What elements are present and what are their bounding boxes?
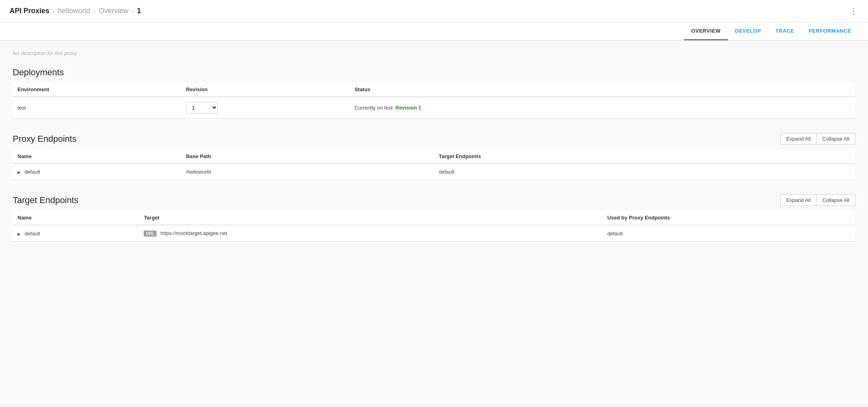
proxy-endpoints-col-targets: Target Endpoints (434, 149, 855, 164)
status-revision: Revision 1 (395, 105, 421, 111)
target-endpoint-target: URL https://mocktarget.apigee.net (139, 225, 602, 242)
status-prefix: Currently on test: (354, 105, 394, 111)
deployments-table-header-row: Environment Revision Status (13, 82, 855, 97)
proxy-endpoint-basepath: /helloworld (181, 164, 434, 180)
table-row: ▶ default URL https://mocktarget.apigee.… (13, 225, 855, 242)
header: API Proxies › helloworld › Overview › 1 … (0, 0, 868, 22)
target-endpoints-expand-all-button[interactable]: Expand All (780, 194, 816, 206)
target-endpoints-section: Target Endpoints Expand All Collapse All… (13, 194, 855, 242)
tab-trace[interactable]: TRACE (768, 22, 801, 40)
proxy-endpoints-title: Proxy Endpoints (13, 134, 76, 144)
breadcrumb-helloworld[interactable]: helloworld (58, 7, 90, 15)
target-endpoints-table-header-row: Name Target Used by Proxy Endpoints (13, 211, 855, 225)
main-content: No description for this proxy. Deploymen… (0, 41, 868, 404)
deployment-environment: test (13, 97, 181, 119)
deployments-section: Deployments Environment Revision Status … (13, 67, 855, 119)
target-endpoints-header: Target Endpoints Expand All Collapse All (13, 194, 855, 206)
table-row: test 1 Currently on test: Revision 1 (13, 97, 855, 119)
tab-develop[interactable]: DEVELOP (728, 22, 768, 40)
target-endpoint-name-label[interactable]: default (25, 231, 40, 237)
deployments-col-status: Status (350, 82, 855, 97)
target-endpoints-col-usedby: Used by Proxy Endpoints (602, 211, 855, 225)
deployment-status: Currently on test: Revision 1 (350, 97, 855, 119)
proxy-endpoints-collapse-all-button[interactable]: Collapse All (816, 133, 855, 145)
target-endpoint-name: ▶ default (13, 225, 139, 242)
proxy-endpoint-name: ▶ default (13, 164, 181, 180)
deployments-table: Environment Revision Status test 1 Curre… (13, 82, 855, 119)
deployments-header: Deployments (13, 67, 855, 78)
target-endpoint-usedby: default (602, 225, 855, 242)
target-endpoints-col-name: Name (13, 211, 139, 225)
proxy-endpoints-table-header-row: Name Base Path Target Endpoints (13, 149, 855, 164)
target-endpoint-url: https://mocktarget.apigee.net (160, 230, 227, 236)
breadcrumb-sep-3: › (132, 8, 134, 15)
breadcrumb-api-proxies[interactable]: API Proxies (10, 7, 49, 15)
expand-arrow-icon: ▶ (18, 170, 21, 174)
revision-select[interactable]: 1 (186, 102, 218, 113)
target-endpoints-table: Name Target Used by Proxy Endpoints ▶ de… (13, 211, 855, 242)
target-endpoints-col-target: Target (139, 211, 602, 225)
proxy-endpoints-section: Proxy Endpoints Expand All Collapse All … (13, 133, 855, 180)
tab-performance[interactable]: PERFORMANCE (802, 22, 858, 40)
target-endpoints-btn-group: Expand All Collapse All (780, 194, 855, 206)
proxy-endpoint-targets: default (434, 164, 855, 180)
header-menu-icon[interactable]: ⋮ (850, 6, 858, 16)
url-badge: URL (144, 231, 156, 237)
proxy-endpoints-col-basepath: Base Path (181, 149, 434, 164)
deployment-revision-cell: 1 (181, 97, 350, 119)
target-endpoints-title: Target Endpoints (13, 195, 78, 205)
proxy-endpoints-header: Proxy Endpoints Expand All Collapse All (13, 133, 855, 145)
proxy-endpoints-btn-group: Expand All Collapse All (780, 133, 855, 145)
breadcrumb-overview[interactable]: Overview (99, 7, 129, 15)
breadcrumb-sep-2: › (93, 8, 95, 15)
proxy-description: No description for this proxy. (13, 50, 855, 56)
deployments-col-environment: Environment (13, 82, 181, 97)
proxy-endpoints-expand-all-button[interactable]: Expand All (780, 133, 816, 145)
breadcrumb-sep-1: › (53, 8, 55, 15)
expand-arrow-icon: ▶ (18, 232, 21, 236)
breadcrumb-revision: 1 (137, 7, 141, 15)
deployments-col-revision: Revision (181, 82, 350, 97)
proxy-endpoints-table: Name Base Path Target Endpoints ▶ defaul… (13, 149, 855, 180)
proxy-endpoint-name-label[interactable]: default (25, 169, 40, 175)
proxy-endpoints-col-name: Name (13, 149, 181, 164)
tabs-bar: OVERVIEW DEVELOP TRACE PERFORMANCE (0, 22, 868, 41)
deployments-title: Deployments (13, 67, 64, 78)
tab-overview[interactable]: OVERVIEW (684, 22, 728, 40)
table-row: ▶ default /helloworld default (13, 164, 855, 180)
target-endpoints-collapse-all-button[interactable]: Collapse All (816, 194, 855, 206)
breadcrumb: API Proxies › helloworld › Overview › 1 (10, 7, 141, 15)
